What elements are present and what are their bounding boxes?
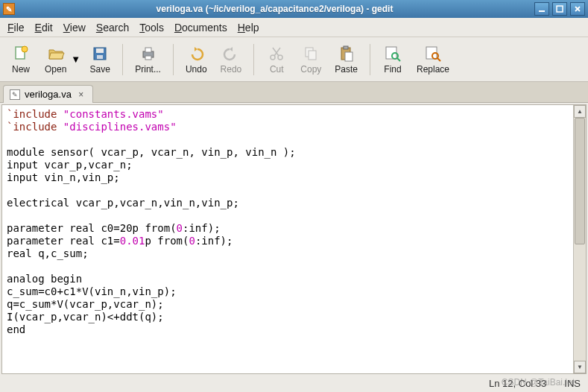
undo-button[interactable]: Undo <box>181 42 212 78</box>
undo-label: Undo <box>186 64 207 75</box>
cut-icon <box>268 45 285 63</box>
window-title: veriloga.va (~/ic/verilog_a/capacitance2… <box>18 4 531 14</box>
copy-label: Copy <box>300 64 321 75</box>
app-icon: ✎ <box>3 3 15 15</box>
find-label: Find <box>384 64 401 75</box>
open-folder-icon <box>47 45 65 63</box>
cursor-position: Ln 12, Col 33 <box>489 378 546 389</box>
statusbar: Ln 12, Col 33 INS <box>0 376 588 391</box>
cut-button: Cut <box>262 42 291 78</box>
toolbar-separator <box>173 44 174 75</box>
cut-label: Cut <box>270 64 284 75</box>
toolbar-separator <box>122 44 123 75</box>
vertical-scrollbar[interactable]: ▲ ▼ <box>573 105 586 373</box>
document-tab[interactable]: ✎ veriloga.va × <box>3 85 93 103</box>
print-icon <box>139 45 157 63</box>
save-label: Save <box>90 64 110 75</box>
paste-icon <box>338 45 355 63</box>
find-button[interactable]: Find <box>378 42 408 78</box>
replace-button[interactable]: Replace <box>412 42 454 78</box>
tab-close-button[interactable]: × <box>76 89 86 100</box>
svg-rect-13 <box>309 51 316 60</box>
undo-icon <box>187 45 205 63</box>
menubar: File Edit View Search Tools Documents He… <box>0 18 588 37</box>
find-icon <box>384 45 402 63</box>
toolbar-separator <box>253 44 254 75</box>
copy-button: Copy <box>296 42 326 78</box>
close-button[interactable] <box>570 2 585 16</box>
minimize-button[interactable] <box>534 2 549 16</box>
menu-tools[interactable]: Tools <box>135 19 168 36</box>
open-label: Open <box>45 64 66 75</box>
menu-search[interactable]: Search <box>92 19 133 36</box>
tabbar: ✎ veriloga.va × <box>0 82 588 103</box>
menu-edit[interactable]: Edit <box>31 19 57 36</box>
toolbar-separator <box>370 44 370 75</box>
svg-rect-5 <box>96 48 104 53</box>
open-dropdown[interactable]: ▼ <box>71 54 80 65</box>
code-editor[interactable]: `include "constants.vams" `include "disc… <box>2 105 573 373</box>
editor-area: `include "constants.vams" `include "disc… <box>1 104 587 374</box>
toolbar: New Open ▼ Save Print... Undo Redo Cut C… <box>0 37 588 82</box>
redo-icon <box>222 45 240 63</box>
svg-rect-15 <box>344 46 348 49</box>
new-button[interactable]: New <box>6 42 36 78</box>
svg-rect-9 <box>145 56 151 60</box>
tab-filename: veriloga.va <box>25 89 72 100</box>
replace-icon <box>424 45 442 63</box>
redo-label: Redo <box>221 64 242 75</box>
titlebar: ✎ veriloga.va (~/ic/verilog_a/capacitanc… <box>0 0 588 18</box>
redo-button: Redo <box>216 42 247 78</box>
svg-rect-1 <box>557 6 563 12</box>
menu-documents[interactable]: Documents <box>170 19 232 36</box>
replace-label: Replace <box>417 64 449 75</box>
svg-rect-6 <box>97 55 103 59</box>
new-icon <box>12 45 30 63</box>
document-icon: ✎ <box>10 89 20 100</box>
new-label: New <box>12 64 30 75</box>
paste-label: Paste <box>335 64 358 75</box>
paste-button[interactable]: Paste <box>330 42 362 78</box>
save-icon <box>91 45 109 63</box>
svg-rect-16 <box>345 52 353 61</box>
svg-rect-8 <box>145 48 151 52</box>
scroll-thumb[interactable] <box>575 118 585 244</box>
scroll-down-button[interactable]: ▼ <box>574 361 586 373</box>
open-button[interactable]: Open <box>40 42 71 78</box>
insert-mode: INS <box>564 378 581 389</box>
save-button[interactable]: Save <box>85 42 115 78</box>
print-label: Print... <box>135 64 161 75</box>
svg-rect-0 <box>539 10 545 12</box>
menu-view[interactable]: View <box>59 19 90 36</box>
scroll-up-button[interactable]: ▲ <box>574 105 586 118</box>
maximize-button[interactable] <box>552 2 567 16</box>
menu-help[interactable]: Help <box>233 19 264 36</box>
copy-icon <box>302 45 320 63</box>
print-button[interactable]: Print... <box>130 42 165 78</box>
svg-point-3 <box>22 46 28 52</box>
menu-file[interactable]: File <box>3 19 29 36</box>
